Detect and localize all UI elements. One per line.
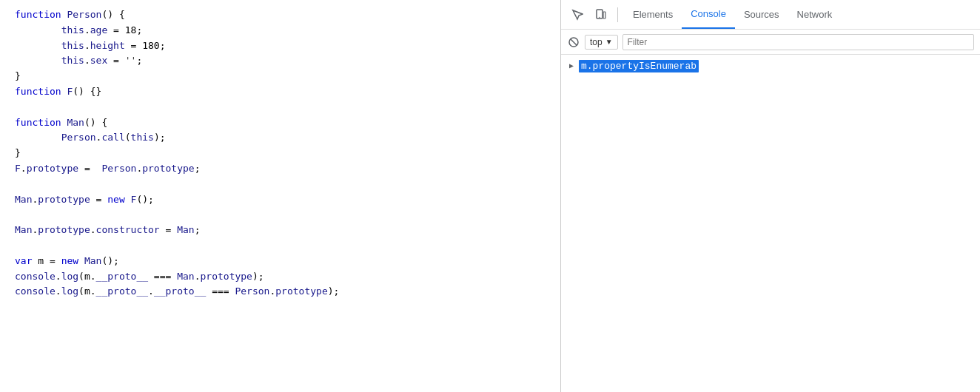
- device-icon[interactable]: [591, 4, 611, 25]
- context-label: top: [590, 37, 603, 47]
- tab-elements[interactable]: Elements: [624, 0, 682, 29]
- tab-sources[interactable]: Sources: [735, 0, 788, 29]
- console-toolbar: top ▼: [561, 30, 980, 55]
- dropdown-arrow: ▼: [605, 38, 613, 46]
- inspect-icon[interactable]: [567, 4, 588, 25]
- devtools-panel: Elements Console Sources Network top ▼: [561, 0, 980, 392]
- console-value: m.propertyIsEnumerab: [579, 60, 699, 72]
- toolbar-separator: [617, 7, 618, 22]
- filter-input[interactable]: [622, 34, 974, 50]
- code-content: function Person() { this.age = 18; this.…: [15, 7, 546, 300]
- expand-arrow[interactable]: ▶: [567, 61, 576, 70]
- svg-rect-1: [603, 12, 605, 18]
- tab-list: Elements Console Sources Network: [624, 0, 974, 29]
- context-selector[interactable]: top ▼: [585, 35, 618, 50]
- console-entry[interactable]: ▶ m.propertyIsEnumerab: [561, 58, 980, 74]
- console-output: ▶ m.propertyIsEnumerab: [561, 55, 980, 392]
- devtools-toolbar: Elements Console Sources Network: [561, 0, 980, 30]
- block-icon[interactable]: [567, 36, 580, 49]
- code-panel: function Person() { this.age = 18; this.…: [0, 0, 561, 392]
- svg-point-2: [599, 16, 600, 17]
- tab-console[interactable]: Console: [682, 0, 735, 29]
- svg-line-4: [571, 38, 577, 45]
- tab-network[interactable]: Network: [788, 0, 842, 29]
